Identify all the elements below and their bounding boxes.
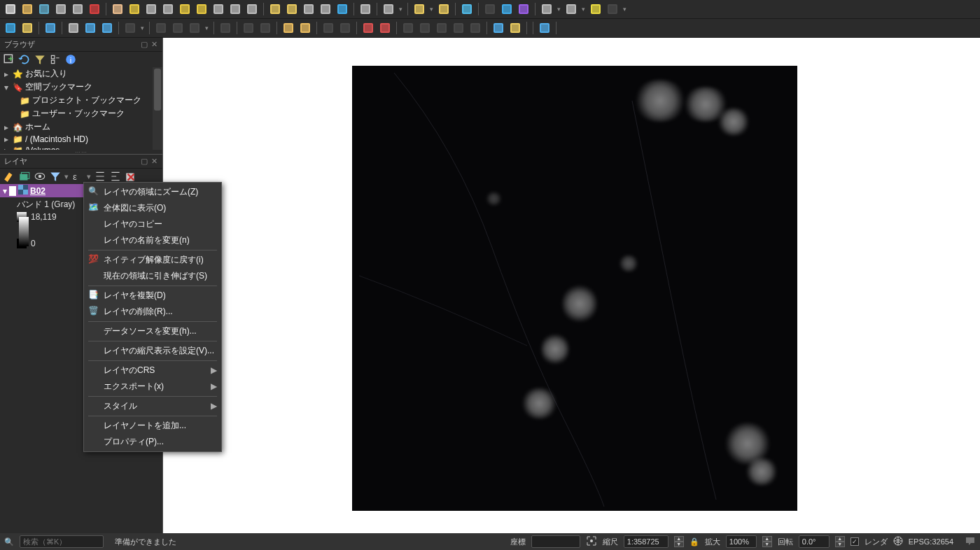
scale-spinner[interactable]: ▲▼ [674, 536, 684, 547]
save-button[interactable] [36, 1, 52, 17]
dropdown-arrow-icon[interactable]: ▾ [622, 6, 628, 13]
ruler-button[interactable] [358, 1, 373, 17]
panel-undock-icon[interactable]: ▢ [140, 157, 148, 166]
menu-item[interactable]: プロパティ(P)... [84, 434, 221, 450]
layer-cut-button[interactable] [170, 20, 186, 36]
dropdown-arrow-icon[interactable]: ▾ [204, 24, 210, 31]
rotation-spinner[interactable]: ▲▼ [835, 536, 845, 547]
dropdown-arrow-icon[interactable]: ▾ [398, 6, 404, 13]
topo-button[interactable] [491, 20, 506, 36]
undo-button[interactable] [281, 20, 296, 36]
edit-y-button[interactable] [218, 20, 233, 36]
label-button[interactable] [381, 1, 396, 17]
menu-item[interactable]: 🔍レイヤの領域にズーム(Z) [84, 184, 221, 200]
dropdown-arrow-icon[interactable]: ▾ [139, 24, 146, 31]
folder-open-button[interactable] [20, 1, 35, 17]
extents-icon[interactable] [586, 535, 597, 548]
tree-arrow-icon[interactable]: ▸ [3, 122, 10, 132]
magnifier-spinner[interactable]: ▲▼ [762, 536, 772, 547]
map-new-button[interactable] [267, 1, 283, 17]
menu-item[interactable]: レイヤのCRS▶ [84, 362, 221, 379]
dropdown-arrow-icon[interactable]: ▾ [556, 6, 562, 13]
panel-close-icon[interactable]: ✕ [150, 41, 158, 49]
table-button[interactable] [539, 1, 554, 17]
zoom-layer-button[interactable] [194, 1, 209, 17]
menu-item[interactable]: スタイル▶ [84, 398, 221, 414]
crs-label[interactable]: EPSG:32654 [909, 537, 953, 546]
al1-button[interactable] [400, 20, 416, 36]
measure-button[interactable] [564, 1, 579, 17]
help-button[interactable] [605, 1, 620, 17]
browser-tree[interactable]: ▸⭐お気に入り▾🔖空間ブックマーク📁プロジェクト・ブックマーク📁ユーザー・ブック… [0, 67, 153, 150]
paste-button[interactable] [153, 20, 169, 36]
browser-item[interactable]: ▸⭐お気に入り [0, 67, 153, 80]
layers-style-icon[interactable] [3, 170, 15, 183]
file-new-button[interactable] [3, 1, 18, 17]
rotation-input[interactable] [799, 535, 830, 548]
sigma-button[interactable] [516, 1, 531, 17]
bookmark-button[interactable] [301, 1, 316, 17]
layers-expr-icon[interactable]: ε [71, 170, 84, 183]
layers-visibility-icon[interactable] [34, 170, 46, 183]
h1-button[interactable] [321, 20, 336, 36]
layers-collapse-icon[interactable] [109, 170, 122, 183]
grid-button[interactable] [99, 20, 115, 36]
delete-button[interactable] [187, 20, 202, 36]
lock-icon[interactable]: 🔒 [690, 537, 699, 547]
paste-style-button[interactable] [436, 1, 451, 17]
h2-button[interactable] [337, 20, 353, 36]
layer-visibility-checkbox[interactable]: ✓ [9, 186, 16, 196]
browser-add-icon[interactable] [3, 53, 15, 66]
zoom-native-button[interactable] [211, 1, 226, 17]
map-canvas[interactable] [163, 38, 980, 534]
paste2-button[interactable] [258, 20, 273, 36]
browser-refresh-icon[interactable] [18, 53, 31, 66]
panel-close-icon[interactable]: ✕ [150, 157, 158, 166]
browser-props-icon[interactable]: i [64, 53, 77, 66]
tree-arrow-icon[interactable]: ▸ [3, 134, 10, 144]
python-button[interactable] [507, 20, 523, 36]
plus-zoom-button[interactable] [127, 1, 142, 17]
menu-item[interactable]: 現在の領域に引き伸ばす(S) [84, 268, 221, 284]
refresh-button[interactable] [335, 1, 350, 17]
coord-input[interactable] [531, 535, 580, 548]
clock-button[interactable] [318, 1, 333, 17]
layers-filter-icon[interactable] [49, 170, 62, 183]
al2-button[interactable] [417, 20, 433, 36]
layer-expand-arrow-icon[interactable]: ▾ [3, 186, 7, 196]
browser-filter-icon[interactable] [34, 53, 46, 66]
dropdown-arrow-icon[interactable]: ▾ [64, 172, 69, 181]
search-input[interactable] [20, 535, 104, 548]
vector-button[interactable] [66, 20, 81, 36]
menu-item[interactable]: データソースを変更(h)... [84, 323, 221, 339]
browser-scrollbar[interactable] [153, 67, 162, 150]
print-button[interactable] [70, 1, 85, 17]
magnifier-input[interactable] [726, 535, 757, 548]
red-dot-button[interactable] [87, 1, 102, 17]
scale-input[interactable] [624, 535, 668, 548]
browser-item[interactable]: ▸🏠ホーム [0, 120, 153, 134]
copy-button[interactable] [241, 20, 256, 36]
menu-item[interactable]: 🗑️レイヤの削除(R)... [84, 304, 221, 320]
panel-undock-icon[interactable]: ▢ [140, 41, 148, 49]
crs-icon[interactable] [893, 536, 903, 547]
browser-item[interactable]: ▾🔖空間ブックマーク [0, 80, 153, 94]
menu-item[interactable]: 🗺️全体図に表示(O) [84, 200, 221, 216]
layers-expand-icon[interactable] [94, 170, 106, 183]
layer-add-button[interactable] [3, 20, 18, 36]
redo-button[interactable] [298, 20, 313, 36]
dropdown-arrow-icon[interactable]: ▾ [428, 6, 435, 13]
layers-add-group-icon[interactable] [18, 170, 31, 183]
menu-item[interactable]: 💯ネイティブ解像度に戻す(i) [84, 252, 221, 268]
gear-button[interactable] [499, 1, 514, 17]
al4-button[interactable] [451, 20, 466, 36]
menu-item[interactable]: レイヤのコピー [84, 216, 221, 232]
menu-item[interactable]: 📑レイヤを複製(D) [84, 288, 221, 304]
globe-add-button[interactable] [20, 20, 35, 36]
zoom-next-button[interactable] [244, 1, 260, 17]
layout-button[interactable] [53, 1, 69, 17]
polygon-button[interactable] [122, 20, 138, 36]
bookmark-new-button[interactable] [284, 1, 300, 17]
menu-item[interactable]: エクスポート(x)▶ [84, 379, 221, 395]
browser-item[interactable]: ▸📁/ (Macintosh HD) [0, 134, 153, 145]
